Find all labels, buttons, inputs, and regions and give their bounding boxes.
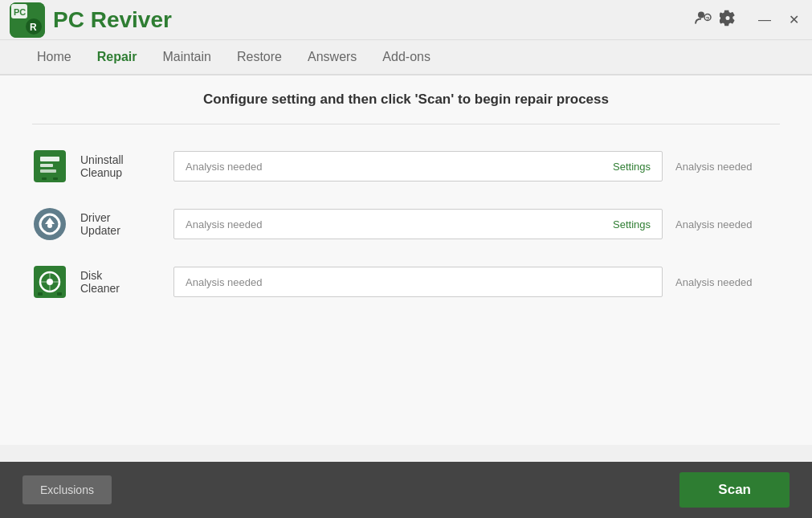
svg-rect-22 [57, 292, 62, 296]
app-logo-icon: PC R [10, 2, 45, 38]
uninstall-cleanup-settings-link[interactable]: Settings [613, 161, 651, 173]
svg-rect-12 [42, 177, 47, 180]
disk-cleaner-name: Disk Cleaner [80, 269, 161, 295]
svg-text:?: ? [706, 14, 710, 22]
driver-updater-settings-link[interactable]: Settings [613, 218, 651, 230]
nav-maintain[interactable]: Maintain [149, 39, 223, 75]
driver-updater-icon [32, 206, 67, 242]
driver-updater-status-box: Analysis needed Settings [173, 209, 663, 239]
tool-row-driver-updater: Driver Updater Analysis needed Settings … [32, 206, 780, 242]
svg-text:R: R [30, 22, 37, 33]
window-controls: ? — ✕ [694, 9, 802, 31]
nav-addons[interactable]: Add-ons [369, 39, 443, 75]
uninstall-cleanup-status: Analysis needed [186, 161, 262, 173]
driver-updater-name: Driver Updater [80, 211, 161, 237]
nav-bar: Home Repair Maintain Restore Answers Add… [0, 40, 812, 75]
svg-rect-9 [40, 157, 59, 161]
svg-rect-21 [38, 292, 43, 296]
svg-point-15 [47, 223, 52, 228]
page-subtitle: Configure setting and then click 'Scan' … [32, 92, 780, 108]
main-content: Configure setting and then click 'Scan' … [0, 75, 812, 445]
nav-home[interactable]: Home [24, 39, 84, 75]
uninstall-cleanup-icon [32, 149, 67, 184]
driver-updater-right-status: Analysis needed [675, 218, 780, 230]
app-title: PC Reviver [53, 7, 172, 33]
close-button[interactable]: ✕ [785, 12, 802, 28]
disk-cleaner-icon [32, 264, 67, 300]
minimize-button[interactable]: — [755, 12, 774, 28]
disk-cleaner-status-box: Analysis needed [173, 267, 663, 297]
section-divider [32, 124, 780, 124]
footer: Exclusions Scan [0, 462, 812, 518]
uninstall-cleanup-name: Uninstall Cleanup [80, 153, 161, 179]
header-icons: ? [694, 9, 736, 31]
scan-button[interactable]: Scan [679, 472, 790, 508]
help-user-icon[interactable]: ? [694, 9, 712, 31]
svg-rect-10 [40, 164, 53, 167]
uninstall-cleanup-status-box: Analysis needed Settings [173, 151, 663, 182]
nav-restore[interactable]: Restore [224, 39, 295, 75]
svg-rect-13 [53, 177, 58, 180]
nav-answers[interactable]: Answers [295, 39, 369, 75]
svg-rect-11 [40, 169, 56, 173]
disk-cleaner-right-status: Analysis needed [675, 276, 780, 288]
svg-text:PC: PC [14, 7, 26, 17]
tool-row-disk-cleaner: Disk Cleaner Analysis needed Analysis ne… [32, 264, 780, 300]
disk-cleaner-status: Analysis needed [186, 276, 262, 288]
exclusions-button[interactable]: Exclusions [22, 475, 112, 504]
tool-row-uninstall-cleanup: Uninstall Cleanup Analysis needed Settin… [32, 149, 780, 184]
uninstall-cleanup-right-status: Analysis needed [675, 161, 780, 173]
nav-repair[interactable]: Repair [84, 39, 150, 75]
svg-point-5 [698, 11, 704, 18]
title-bar: PC R PC Reviver ? [0, 0, 812, 40]
driver-updater-status: Analysis needed [186, 218, 262, 230]
logo-area: PC R PC Reviver [10, 2, 172, 38]
settings-gear-icon[interactable] [720, 10, 736, 30]
